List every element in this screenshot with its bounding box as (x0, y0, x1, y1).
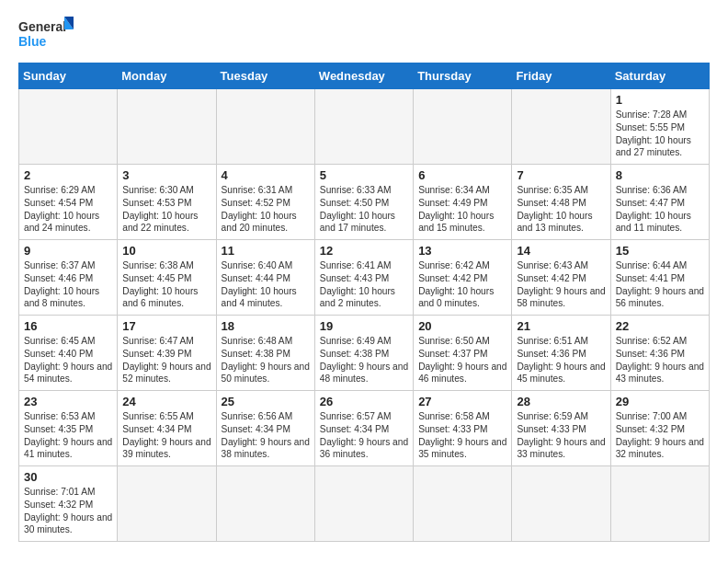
calendar-cell: 18Sunrise: 6:48 AM Sunset: 4:38 PM Dayli… (216, 316, 314, 391)
day-info: Sunrise: 6:37 AM Sunset: 4:46 PM Dayligh… (24, 259, 112, 310)
day-number: 12 (320, 244, 408, 258)
day-info: Sunrise: 6:33 AM Sunset: 4:50 PM Dayligh… (320, 184, 408, 235)
day-info: Sunrise: 6:36 AM Sunset: 4:47 PM Dayligh… (616, 184, 704, 235)
calendar-week-row: 16Sunrise: 6:45 AM Sunset: 4:40 PM Dayli… (19, 316, 710, 391)
day-number: 24 (122, 395, 210, 408)
day-number: 27 (418, 395, 506, 408)
calendar-cell: 16Sunrise: 6:45 AM Sunset: 4:40 PM Dayli… (19, 316, 118, 391)
day-info: Sunrise: 6:57 AM Sunset: 4:34 PM Dayligh… (320, 410, 408, 461)
calendar-week-row: 2Sunrise: 6:29 AM Sunset: 4:54 PM Daylig… (19, 165, 710, 240)
day-number: 9 (24, 244, 112, 258)
calendar-cell: 27Sunrise: 6:58 AM Sunset: 4:33 PM Dayli… (414, 391, 512, 466)
page-header: General Blue (18, 15, 710, 55)
calendar-cell: 17Sunrise: 6:47 AM Sunset: 4:39 PM Dayli… (118, 316, 216, 391)
day-info: Sunrise: 6:30 AM Sunset: 4:53 PM Dayligh… (122, 184, 210, 235)
calendar-cell (512, 89, 610, 165)
day-info: Sunrise: 6:47 AM Sunset: 4:39 PM Dayligh… (122, 335, 210, 385)
day-info: Sunrise: 6:48 AM Sunset: 4:38 PM Dayligh… (222, 335, 310, 385)
day-header-wednesday: Wednesday (314, 63, 413, 89)
day-number: 4 (222, 168, 310, 182)
day-info: Sunrise: 6:52 AM Sunset: 4:36 PM Dayligh… (616, 335, 704, 385)
day-number: 22 (616, 319, 704, 333)
day-number: 28 (517, 395, 605, 408)
calendar-cell (118, 89, 216, 165)
day-number: 20 (418, 319, 506, 333)
calendar-cell (414, 89, 512, 165)
day-info: Sunrise: 6:35 AM Sunset: 4:48 PM Dayligh… (517, 184, 605, 235)
calendar-cell (216, 89, 314, 165)
day-number: 26 (320, 395, 408, 408)
day-info: Sunrise: 6:50 AM Sunset: 4:37 PM Dayligh… (418, 335, 506, 385)
day-info: Sunrise: 7:00 AM Sunset: 4:32 PM Dayligh… (616, 410, 704, 461)
day-info: Sunrise: 6:31 AM Sunset: 4:52 PM Dayligh… (222, 184, 310, 235)
calendar-cell: 14Sunrise: 6:43 AM Sunset: 4:42 PM Dayli… (512, 240, 610, 316)
day-info: Sunrise: 6:59 AM Sunset: 4:33 PM Dayligh… (517, 410, 605, 461)
calendar-cell (414, 466, 512, 542)
day-number: 23 (24, 395, 112, 408)
day-info: Sunrise: 6:41 AM Sunset: 4:43 PM Dayligh… (320, 259, 408, 310)
calendar-cell (512, 466, 610, 542)
day-number: 13 (418, 244, 506, 258)
day-info: Sunrise: 7:01 AM Sunset: 4:32 PM Dayligh… (24, 486, 112, 536)
calendar-cell: 3Sunrise: 6:30 AM Sunset: 4:53 PM Daylig… (118, 165, 216, 240)
day-header-sunday: Sunday (19, 63, 118, 89)
calendar-cell: 30Sunrise: 7:01 AM Sunset: 4:32 PM Dayli… (19, 466, 118, 542)
calendar-cell: 26Sunrise: 6:57 AM Sunset: 4:34 PM Dayli… (314, 391, 413, 466)
day-number: 25 (222, 395, 310, 408)
calendar-cell: 13Sunrise: 6:42 AM Sunset: 4:42 PM Dayli… (414, 240, 512, 316)
calendar-cell: 20Sunrise: 6:50 AM Sunset: 4:37 PM Dayli… (414, 316, 512, 391)
calendar-cell: 29Sunrise: 7:00 AM Sunset: 4:32 PM Dayli… (610, 391, 709, 466)
day-info: Sunrise: 6:38 AM Sunset: 4:45 PM Dayligh… (122, 259, 210, 310)
calendar-cell: 15Sunrise: 6:44 AM Sunset: 4:41 PM Dayli… (610, 240, 709, 316)
svg-text:Blue: Blue (18, 34, 47, 49)
day-number: 8 (616, 168, 704, 182)
day-number: 11 (222, 244, 310, 258)
calendar-cell: 11Sunrise: 6:40 AM Sunset: 4:44 PM Dayli… (216, 240, 314, 316)
day-number: 2 (24, 168, 112, 182)
calendar-table: SundayMondayTuesdayWednesdayThursdayFrid… (18, 63, 710, 542)
calendar-cell (118, 466, 216, 542)
calendar-cell: 24Sunrise: 6:55 AM Sunset: 4:34 PM Dayli… (118, 391, 216, 466)
day-info: Sunrise: 6:58 AM Sunset: 4:33 PM Dayligh… (418, 410, 506, 461)
calendar-cell: 22Sunrise: 6:52 AM Sunset: 4:36 PM Dayli… (610, 316, 709, 391)
day-info: Sunrise: 6:53 AM Sunset: 4:35 PM Dayligh… (24, 410, 112, 461)
day-info: Sunrise: 6:55 AM Sunset: 4:34 PM Dayligh… (122, 410, 210, 461)
calendar-cell: 10Sunrise: 6:38 AM Sunset: 4:45 PM Dayli… (118, 240, 216, 316)
calendar-week-row: 9Sunrise: 6:37 AM Sunset: 4:46 PM Daylig… (19, 240, 710, 316)
calendar-cell: 1Sunrise: 7:28 AM Sunset: 5:55 PM Daylig… (610, 89, 709, 165)
day-header-friday: Friday (512, 63, 610, 89)
day-number: 3 (122, 168, 210, 182)
day-header-monday: Monday (118, 63, 216, 89)
calendar-cell: 2Sunrise: 6:29 AM Sunset: 4:54 PM Daylig… (19, 165, 118, 240)
day-info: Sunrise: 6:29 AM Sunset: 4:54 PM Dayligh… (24, 184, 112, 235)
day-info: Sunrise: 6:45 AM Sunset: 4:40 PM Dayligh… (24, 335, 112, 385)
day-header-tuesday: Tuesday (216, 63, 314, 89)
calendar-cell: 6Sunrise: 6:34 AM Sunset: 4:49 PM Daylig… (414, 165, 512, 240)
svg-text:General: General (18, 19, 66, 34)
calendar-header-row: SundayMondayTuesdayWednesdayThursdayFrid… (19, 63, 710, 89)
day-number: 18 (222, 319, 310, 333)
day-info: Sunrise: 6:34 AM Sunset: 4:49 PM Dayligh… (418, 184, 506, 235)
day-info: Sunrise: 7:28 AM Sunset: 5:55 PM Dayligh… (616, 109, 704, 159)
day-number: 7 (517, 168, 605, 182)
day-info: Sunrise: 6:56 AM Sunset: 4:34 PM Dayligh… (222, 410, 310, 461)
day-number: 15 (616, 244, 704, 258)
day-number: 19 (320, 319, 408, 333)
day-number: 6 (418, 168, 506, 182)
day-header-saturday: Saturday (610, 63, 709, 89)
day-number: 16 (24, 319, 112, 333)
day-header-thursday: Thursday (414, 63, 512, 89)
calendar-cell: 12Sunrise: 6:41 AM Sunset: 4:43 PM Dayli… (314, 240, 413, 316)
day-info: Sunrise: 6:40 AM Sunset: 4:44 PM Dayligh… (222, 259, 310, 310)
calendar-cell (314, 89, 413, 165)
day-number: 30 (24, 470, 112, 484)
day-info: Sunrise: 6:42 AM Sunset: 4:42 PM Dayligh… (418, 259, 506, 310)
calendar-week-row: 1Sunrise: 7:28 AM Sunset: 5:55 PM Daylig… (19, 89, 710, 165)
calendar-cell: 19Sunrise: 6:49 AM Sunset: 4:38 PM Dayli… (314, 316, 413, 391)
calendar-week-row: 30Sunrise: 7:01 AM Sunset: 4:32 PM Dayli… (19, 466, 710, 542)
calendar-cell: 28Sunrise: 6:59 AM Sunset: 4:33 PM Dayli… (512, 391, 610, 466)
calendar-cell: 8Sunrise: 6:36 AM Sunset: 4:47 PM Daylig… (610, 165, 709, 240)
calendar-cell: 23Sunrise: 6:53 AM Sunset: 4:35 PM Dayli… (19, 391, 118, 466)
calendar-cell (610, 466, 709, 542)
day-info: Sunrise: 6:49 AM Sunset: 4:38 PM Dayligh… (320, 335, 408, 385)
